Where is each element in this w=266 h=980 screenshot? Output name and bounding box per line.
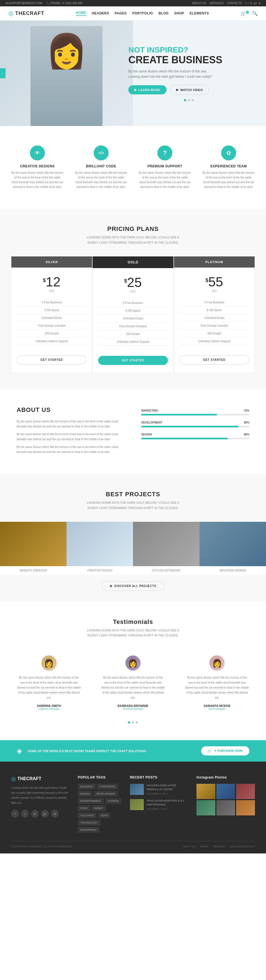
projects-subtitle: LOOKING DOWN INTO THE DARK GULF BELOW I … (83, 500, 183, 511)
nav-portfolio[interactable]: PORTFOLIO (132, 11, 153, 15)
insta-img-1[interactable] (196, 784, 215, 799)
pricing-silver-header: SILVER (11, 256, 92, 267)
projects-section: BEST PROJECTS LOOKING DOWN INTO THE DARK… (0, 474, 266, 601)
footer-logo[interactable]: ◎ THECRAFT (11, 775, 70, 782)
t-dot-2[interactable] (132, 721, 134, 724)
footer-posts-col: RECENT POSTS OFFICERS FIRED AFTER REMOVA… (130, 775, 188, 833)
tag-wordpress[interactable]: WORDPRESS (78, 827, 99, 833)
tag-fashion[interactable]: FASHION (105, 798, 121, 804)
insta-img-5[interactable] (216, 800, 235, 815)
insta-img-4[interactable] (196, 800, 215, 815)
leaf-icon: ✿ (221, 145, 236, 161)
linkedin-icon[interactable]: in (250, 2, 252, 5)
tag-salliance[interactable]: SALLIANCE (78, 813, 97, 818)
nav-home[interactable]: HOME (76, 11, 87, 16)
testimonial-name-2: BARBARA BROWNIE (101, 704, 165, 708)
footer-linkedin-icon[interactable]: in (31, 810, 39, 818)
nav-pages[interactable]: PAGES (115, 11, 127, 15)
platinum-get-started-button[interactable]: GET STARTED (179, 355, 249, 364)
skill-development-fill (141, 426, 239, 427)
logo[interactable]: ◎ THECRAFT (8, 10, 44, 17)
tag-money[interactable]: MONEY (92, 805, 106, 811)
footer-copyright: © COPYRIGHT THECRAFT. ALL RIGHTS RESERVE… (11, 845, 73, 848)
hero-dots (128, 99, 249, 101)
about-title: ABOUT US (17, 406, 125, 414)
project-notebook[interactable]: STYLISH NOTEBOOK (133, 522, 200, 575)
cart-icon[interactable]: 🛒0 (241, 11, 249, 16)
insta-img-2[interactable] (216, 784, 235, 799)
search-icon[interactable]: 🔍 (252, 11, 258, 16)
project-website[interactable]: WEBSITE CREATION (0, 522, 66, 575)
project-img-2 (66, 522, 133, 566)
footer-instagram-grid (196, 784, 255, 815)
footer-gplus-icon[interactable]: g+ (41, 810, 49, 818)
project-label-3: STYLISH NOTEBOOK (133, 566, 200, 575)
feature-desc-4: By the same illusion which lifts the hor… (202, 170, 255, 189)
project-creative[interactable]: CREATIVE DESIGN (66, 522, 133, 575)
gplus-icon[interactable]: g+ (254, 2, 257, 5)
social-icons: f t in g+ ● (245, 2, 260, 5)
cta-banner: ◈ SOME OF THE WORLD'S BEST DEISIN TEAMS … (0, 740, 266, 762)
project-mountain[interactable]: MOUNTAIN WOMAN (200, 522, 266, 575)
phone-link[interactable]: 📞 PHONE +1 (310) 430-440 (46, 2, 82, 5)
tag-corporate[interactable]: CORPORATE (97, 784, 117, 789)
tag-food[interactable]: FOOD (78, 805, 90, 811)
services-link[interactable]: SERVICES (210, 2, 223, 5)
learn-more-button[interactable]: ▶ LEARN MORE (128, 85, 166, 94)
tag-design[interactable]: DESIGN (78, 791, 93, 797)
purchase-now-button[interactable]: 🛒 ✦ PURCHASE NOW (201, 746, 249, 756)
hero-dot-3[interactable] (192, 99, 194, 101)
footer-facebook-icon[interactable]: f (11, 810, 19, 818)
hero-description: By the same illusion which lifts the hor… (128, 69, 217, 80)
footer-delivery-link[interactable]: DELIVERY (213, 845, 225, 848)
skill-development-bar (141, 426, 249, 427)
tag-business[interactable]: BUSINESS (78, 784, 96, 789)
skill-development-header: DEVELOPMENT 90% (141, 421, 249, 424)
tag-team[interactable]: TEAM (98, 813, 110, 818)
t-dot-3[interactable] (136, 721, 138, 724)
footer-post-2[interactable]: TRUE COLOR MONITORS & ALL ONE PERSONAL O… (130, 799, 188, 810)
feature-title-4: EXPERIENCED TEAM (202, 164, 255, 168)
testimonials-subtitle: LOOKING DOWN INTO THE DARK GULF BELOW I … (83, 628, 183, 638)
t-dot-1[interactable] (128, 721, 130, 724)
pricing-gold-features: 5 Free Business 8 GB Space Unlimited Dri… (93, 296, 173, 352)
skill-design-bar (141, 438, 249, 439)
video-icon: ▶ (176, 88, 179, 92)
hero-dot-2[interactable] (188, 99, 190, 101)
testimonial-1: 👩 By the same illusion which lifts the h… (11, 649, 87, 716)
feature-title-2: BRILLIANT CODE (75, 164, 127, 168)
insta-img-6[interactable] (236, 800, 255, 815)
nav-elements[interactable]: ELEMENTS (190, 11, 209, 15)
discover-all-projects-button[interactable]: ⊞ DISCOVER ALL PROJECTS (102, 581, 165, 590)
footer-extra-icon[interactable]: ● (51, 810, 59, 818)
watch-video-button[interactable]: ▶ WATCH VIDEO (170, 85, 209, 95)
projects-grid: WEBSITE CREATION CREATIVE DESIGN STYLISH… (0, 522, 266, 575)
tag-development[interactable]: DEVELOPMENT (94, 791, 118, 797)
feature-premium-support: ? PREMIUM SUPPORT By the same illusion w… (136, 140, 194, 195)
twitter-icon[interactable]: t (248, 2, 249, 5)
nav-headers[interactable]: HEADERS (92, 11, 109, 15)
hero-prev-arrow[interactable]: ‹ (0, 68, 6, 78)
email-link[interactable]: ✉ SUPPORT@WINZIO.COM (6, 2, 42, 5)
extra-icon[interactable]: ● (259, 2, 260, 5)
contacts-link[interactable]: CONTACTS (227, 2, 242, 5)
nav-blog[interactable]: BLOG (158, 11, 169, 15)
footer-about-link[interactable]: ABOUT US (183, 845, 196, 848)
gold-get-started-button[interactable]: GET STARTED (98, 356, 168, 365)
footer-post-1[interactable]: OFFICERS FIRED AFTER REMOVAL OF UNITED O… (130, 784, 188, 795)
pricing-silver-period: /MO (17, 290, 87, 293)
nav-shop[interactable]: SHOP (174, 11, 184, 15)
facebook-icon[interactable]: f (245, 2, 246, 5)
platinum-feature-3: Unlimited Drinks (179, 314, 249, 322)
insta-img-3[interactable] (236, 784, 255, 799)
footer-terms-link[interactable]: TERMS (200, 845, 209, 848)
footer-services-link[interactable]: SERVICES/CONTACT (230, 845, 255, 848)
footer-logo-text: THECRAFT (17, 776, 41, 781)
about-link[interactable]: ABOUT US (192, 2, 206, 5)
about-right: MARKETING 70% DEVELOPMENT 90% DESIGN 80% (141, 406, 249, 457)
tag-technology[interactable]: TECHNOLOGY (78, 820, 100, 826)
footer-twitter-icon[interactable]: t (21, 810, 29, 818)
hero-dot-1[interactable] (184, 99, 186, 101)
silver-get-started-button[interactable]: GET STARTED (17, 355, 87, 364)
tag-entertainment[interactable]: ENTERTAINMENT (78, 798, 104, 804)
